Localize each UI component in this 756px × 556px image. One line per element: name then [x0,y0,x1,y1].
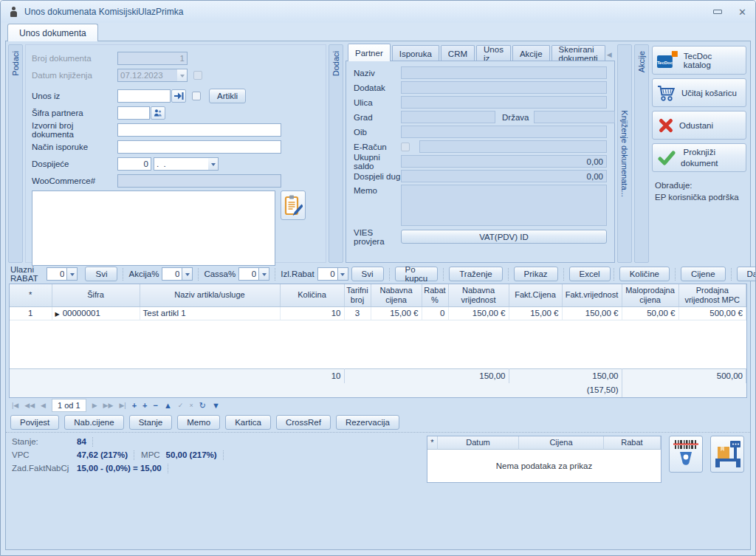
podaci-side-tab[interactable]: Podaci [8,44,23,263]
tab-unos-iz[interactable]: Unos iz [476,45,511,61]
table-row[interactable]: 1 ▶00000001 Test artikl 1 10 3 15,00 € 0… [10,306,746,320]
nav-cancel-icon[interactable]: × [189,402,193,409]
tecdoc-katalog-button[interactable]: TecDoc TecDoc katalog [652,46,746,75]
grad-field[interactable] [401,111,495,123]
dospijece-dropdown-button[interactable] [208,157,219,171]
tab-kartica[interactable]: Kartica [225,415,271,430]
unos-iz-lookup-button[interactable] [171,89,186,103]
cijene-button[interactable]: Cijene [681,267,726,281]
unos-iz-field[interactable] [117,89,171,103]
nav-prior-page-icon[interactable]: ◀◀ [24,402,35,409]
trazenje-button[interactable]: Traženje [449,267,502,281]
ulazni-rabat-field[interactable] [47,267,67,281]
tab-nab-cijene[interactable]: Nab.cijene [64,415,123,430]
kolicine-button[interactable]: Količine [619,267,670,281]
tab-skenirani-dokumenti[interactable]: Skenirani dokumenti [551,45,605,61]
vat-pdv-id-button[interactable]: VAT(PDV) ID [401,230,607,244]
mini-col-indicator[interactable]: * [427,436,438,450]
col-header-fakt-vrijednost[interactable]: Fakt.vrijednost [562,284,622,306]
tab-memo[interactable]: Memo [177,415,220,430]
nav-edit-icon[interactable]: ▲ [164,401,172,410]
svi-izlazni-button[interactable]: Svi [351,267,384,281]
izvorni-broj-field[interactable] [117,123,281,137]
tab-povijest[interactable]: Povijest [10,415,59,430]
tab-rezervacija[interactable]: Rezervacija [336,415,399,430]
col-header-nab-cijena[interactable]: Nabavna cijena [371,284,422,306]
tab-isporuka[interactable]: Isporuka [392,45,439,61]
dodaci-side-tab[interactable]: Dodaci [329,44,343,263]
col-header-naziv[interactable]: Naziv artikla/usluge [140,284,280,306]
akcije-side-tab[interactable]: Akcije [634,44,649,263]
partner-lookup-button[interactable] [151,106,165,120]
artikli-button[interactable]: Artikli [209,89,246,103]
nav-refresh-icon[interactable]: ↻ [199,401,206,411]
nav-first-icon[interactable]: |◀ [12,402,18,409]
barcode-scanner-button[interactable] [669,436,703,473]
nav-prior-icon[interactable]: ◀ [41,402,46,409]
nav-append-icon[interactable]: + [142,401,147,410]
tab-unos-dokumenta[interactable]: Unos dokumenta [7,24,98,41]
eracun-checkbox[interactable] [401,143,410,151]
cassa-field[interactable] [238,267,259,281]
naziv-field[interactable] [401,66,607,79]
nav-filter-icon[interactable]: ▼ [212,401,220,410]
nav-next-icon[interactable]: ▶ [92,402,97,409]
proknjizi-dokument-button[interactable]: Proknjiži dokument [652,143,746,172]
tab-stanje[interactable]: Stanje [129,415,173,430]
akcija-dropdown[interactable] [182,267,193,281]
nav-insert-icon[interactable]: + [132,401,137,410]
memo-edit-button[interactable] [281,191,306,220]
col-header-kolicina[interactable]: Količina [280,284,344,306]
nav-page-indicator: 1 od 1 [52,399,86,412]
col-header-rabat[interactable]: Rabat % [422,284,448,306]
col-header-malo-cijena[interactable]: Maloprodajna cijena [622,284,678,306]
document-memo-field[interactable] [32,191,275,266]
drzava-field[interactable] [534,111,615,123]
col-header-indicator[interactable]: * [10,284,52,306]
col-header-fakt-cijena[interactable]: Fakt.Cijena [509,284,562,306]
svi-ulazni-button[interactable]: Svi [85,267,117,281]
ucitaj-kosaricu-button[interactable]: Učitaj košaricu [652,78,746,107]
sifra-partnera-field[interactable] [117,106,150,120]
tab-akcije[interactable]: Akcije [512,45,550,61]
dospijece-days-field[interactable] [117,157,151,171]
partner-memo-field[interactable] [401,185,607,226]
po-kupcu-button[interactable]: Po kupcu [395,267,439,281]
close-button[interactable]: ✕ [738,7,746,17]
excel-button[interactable]: Excel [569,267,611,281]
eracun-field[interactable] [419,140,607,153]
izl-rabat-field[interactable] [317,267,338,281]
col-header-nab-vrijednost[interactable]: Nabavna vrijednost [448,284,509,306]
prikaz-button[interactable]: Prikaz [514,267,558,281]
nav-delete-icon[interactable]: − [154,401,158,410]
col-header-prodajna[interactable]: Prodajna vrijednost MPC [678,284,746,306]
mini-col-cijena[interactable]: Cijena [519,436,604,450]
minimize-button[interactable] [713,10,722,14]
scale-button[interactable] [710,436,744,473]
mini-col-rabat[interactable]: Rabat [604,436,661,450]
datoteka-button[interactable]: Datoteka [737,267,756,281]
unos-iz-checkbox[interactable] [192,92,201,100]
tab-partner[interactable]: Partner [348,44,391,61]
grid-empty-area[interactable] [10,320,746,369]
cassa-dropdown[interactable] [259,267,269,281]
ulazni-rabat-dropdown[interactable] [67,267,78,281]
tab-scroll-left-icon[interactable]: ◀ [607,51,612,58]
odustani-button[interactable]: Odustani [652,111,746,140]
col-header-tarifni[interactable]: Tarifni broj [344,284,371,306]
nacin-isporuke-field[interactable] [117,140,281,154]
dodatak-field[interactable] [401,81,607,94]
nav-next-page-icon[interactable]: ▶▶ [103,402,114,409]
tab-crm[interactable]: CRM [441,45,475,61]
dospijece-date-field[interactable] [154,157,208,171]
oib-field[interactable] [401,126,607,138]
knjizenje-side-tab[interactable]: Knjiženje dokumenata... [617,44,632,263]
akcija-field[interactable] [162,267,182,281]
col-header-sifra[interactable]: Šifra [52,284,140,306]
tab-crossref[interactable]: CrossRef [276,415,331,430]
mini-col-datum[interactable]: Datum [438,436,519,450]
izl-rabat-dropdown[interactable] [338,267,348,281]
ulica-field[interactable] [401,96,607,109]
nav-post-icon[interactable]: ✓ [178,402,184,409]
nav-last-icon[interactable]: ▶| [119,402,126,409]
